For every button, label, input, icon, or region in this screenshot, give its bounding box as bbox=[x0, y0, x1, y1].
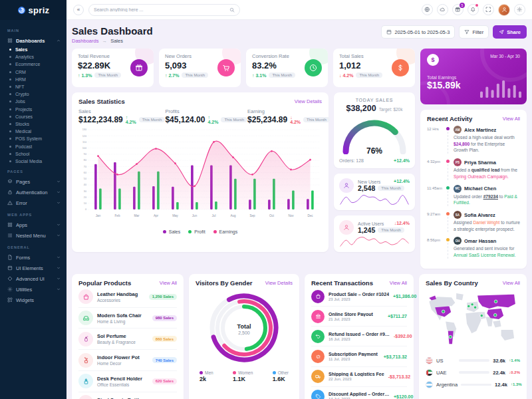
notifications-button[interactable] bbox=[467, 4, 479, 15]
sidebar-subitem[interactable]: Stocks bbox=[7, 120, 61, 128]
legend-item[interactable]: Profit bbox=[188, 229, 205, 234]
legend-item[interactable]: Earnings bbox=[213, 229, 238, 234]
activity-item[interactable]: 9:27am SA Sofia Alvarez bbox=[427, 211, 520, 232]
kpi-card[interactable]: Total Sales 1,012 ↓ 4.2% This Month bbox=[333, 49, 415, 87]
svg-text:0: 0 bbox=[85, 208, 86, 211]
country-row[interactable]: Argentina 12.4k ↑1.3% bbox=[426, 378, 520, 390]
product-row[interactable]: Indoor Flower Pot Home Decor 740 Sales bbox=[78, 350, 177, 371]
sidebar-item[interactable]: Forms bbox=[7, 252, 61, 263]
gender-legend-item: Other 1.6K bbox=[273, 370, 289, 382]
sidebar-item[interactable]: Widgets bbox=[7, 295, 61, 305]
transaction-row[interactable]: Product Sale – Order #1024 23 Jul, 2023 … bbox=[311, 287, 407, 307]
sales-statistics-chart[interactable]: 0102030405060708090100110120130JanFebMar… bbox=[78, 124, 322, 228]
sidebar-item[interactable]: Error bbox=[7, 198, 61, 208]
dollar-icon: $ bbox=[427, 54, 439, 66]
world-map[interactable] bbox=[426, 287, 520, 352]
transaction-amount: -$3,713.32 bbox=[388, 374, 410, 379]
sidebar-subitem[interactable]: Social Media bbox=[7, 158, 61, 165]
product-row[interactable]: Sol Perfume Beauty & Fragrance 860 Sales bbox=[78, 329, 177, 350]
sidebar-subitem[interactable]: Projects bbox=[7, 106, 61, 113]
transaction-row[interactable]: Shipping & Logistics Fee 22 Jun, 2023 -$… bbox=[311, 367, 407, 387]
date-range-picker[interactable]: 2025-05-01 to 2025-05-3 bbox=[381, 25, 455, 39]
sidebar-item[interactable]: Apps bbox=[7, 219, 61, 230]
product-row[interactable]: Leather Handbag Accessories 1,250 Sales bbox=[78, 287, 177, 308]
total-earnings-card[interactable]: $ Mar 30 - Apr 30 Total Earnings $15.89k bbox=[420, 49, 527, 104]
filter-button[interactable]: Filter bbox=[459, 25, 489, 39]
user-stat-card[interactable]: Active Users 1,245 This Month ↓12.4% bbox=[334, 215, 415, 252]
user-card-value: 2,548 bbox=[358, 184, 375, 192]
sidebar-collapse-button[interactable]: « bbox=[73, 5, 84, 15]
search-bar[interactable] bbox=[88, 4, 240, 16]
product-row[interactable]: Modern Sofa Chair Home & Living 980 Sale… bbox=[78, 308, 177, 329]
kpi-card[interactable]: Conversion Rate 83.2% ↑ 3.1% This Month bbox=[246, 49, 328, 87]
language-button[interactable] bbox=[422, 4, 433, 15]
sidebar-subitem[interactable]: NFT bbox=[7, 83, 61, 90]
activity-item[interactable]: 4:32pm PS Priya Sharma bbox=[427, 158, 520, 180]
bullet-icon bbox=[9, 108, 11, 110]
fullscreen-button[interactable] bbox=[483, 4, 494, 15]
sidebar-item[interactable]: Nested Menu bbox=[7, 230, 61, 241]
transaction-row[interactable]: Discount Applied – Order #1012 14 Jul, 2… bbox=[311, 387, 407, 399]
gender-legend-item: Women 1.1K bbox=[233, 370, 253, 382]
breadcrumb-dashboards[interactable]: Dashboards bbox=[72, 38, 98, 44]
rewards-button[interactable]: 5 bbox=[452, 4, 464, 15]
kpi-card[interactable]: New Orders 5,093 ↑ 2.7% This Month bbox=[159, 49, 241, 87]
gender-rings-chart[interactable]: Total 2,500 bbox=[207, 291, 281, 368]
search-icon[interactable] bbox=[229, 7, 235, 13]
share-button[interactable]: Share bbox=[493, 25, 527, 39]
app-logo[interactable]: spriz bbox=[0, 0, 66, 20]
kpi-card[interactable]: Total Revenue $22.89K ↑ 1.3% This Month bbox=[72, 49, 154, 87]
svg-text:70: 70 bbox=[84, 166, 86, 168]
view-all-link[interactable]: View All bbox=[390, 280, 407, 286]
country-name: US bbox=[436, 358, 456, 364]
view-details-link[interactable]: View Details bbox=[265, 280, 293, 286]
view-all-link[interactable]: View All bbox=[503, 280, 520, 286]
transaction-row[interactable]: Online Store Payout 21 Jul, 2023 +$711.2… bbox=[311, 307, 407, 327]
country-row[interactable]: US 32.6k ↑1.4% bbox=[426, 354, 520, 366]
sidebar-subitem[interactable]: Ecommerce bbox=[7, 61, 61, 68]
sidebar-subitem[interactable]: Courses bbox=[7, 113, 61, 120]
sidebar-subitem[interactable]: Podcast bbox=[7, 142, 61, 150]
sidebar-subitem[interactable]: Analytics bbox=[7, 53, 61, 61]
sidebar-item[interactable]: UI Elements bbox=[7, 263, 61, 273]
transaction-row[interactable]: Subscription Payment 11 Jul, 2023 +$3,71… bbox=[311, 346, 407, 366]
legend-item[interactable]: Sales bbox=[163, 229, 181, 234]
sidebar-item[interactable]: Utilities bbox=[7, 284, 61, 295]
sidebar-subitem[interactable]: Medical bbox=[7, 128, 61, 135]
sidebar-section-main: MAIN bbox=[7, 29, 61, 33]
transaction-row[interactable]: Refund Issued – Order #998 16 Jul, 2023 … bbox=[311, 327, 407, 346]
sidebar-subitem[interactable]: Jobs bbox=[7, 98, 61, 105]
sidebar-item[interactable]: Authentication bbox=[7, 187, 61, 198]
sidebar-item[interactable]: Pages bbox=[7, 176, 61, 187]
country-row[interactable]: UAE 22.4k ↓0.2% bbox=[426, 366, 520, 378]
activity-item[interactable]: 11:45am MC Michael Chen bbox=[427, 185, 520, 206]
sidebar-subitem[interactable]: POS System bbox=[7, 135, 61, 142]
activity-timeline bbox=[446, 185, 450, 206]
kpi-period-pill: This Month bbox=[94, 72, 121, 78]
panel-title: Popular Products bbox=[78, 279, 131, 287]
product-icon bbox=[78, 374, 93, 388]
settings-button[interactable] bbox=[514, 4, 525, 15]
user-avatar[interactable] bbox=[498, 4, 510, 16]
sidebar-item-dashboards[interactable]: Dashboards bbox=[7, 35, 61, 46]
sidebar-subitem[interactable]: Crypto bbox=[7, 90, 61, 98]
sidebar-subitem[interactable]: HRM bbox=[7, 76, 61, 83]
activity-item[interactable]: 12 Hrs AM Alex Martinez bbox=[427, 126, 520, 154]
country-value: 22.4k bbox=[493, 370, 505, 376]
product-row[interactable]: Desk Pencil Holder Office Essentials 620… bbox=[78, 371, 177, 392]
sidebar-item[interactable]: Advanced UI bbox=[7, 273, 61, 284]
view-all-link[interactable]: View All bbox=[160, 280, 177, 286]
product-row[interactable]: Steel Sports Bottle Fitness & Outdoor 54… bbox=[78, 392, 177, 399]
view-all-link[interactable]: View All bbox=[503, 116, 520, 122]
sidebar-subitem[interactable]: CRM bbox=[7, 68, 61, 76]
sidebar-subitem[interactable]: School bbox=[7, 150, 61, 158]
user-card-value: 1,245 bbox=[358, 226, 375, 234]
activity-item[interactable]: 8:56pm OH Omar Hassan bbox=[427, 237, 520, 258]
sidebar-subitem[interactable]: Sales bbox=[7, 46, 61, 53]
user-stat-card[interactable]: New Users 2,548 This Month +12.4% bbox=[334, 174, 415, 210]
view-details-link[interactable]: View Details bbox=[295, 98, 322, 104]
search-input[interactable] bbox=[94, 7, 226, 12]
cloud-button[interactable] bbox=[437, 4, 448, 15]
panel-title: Visitors By Gender bbox=[196, 279, 252, 287]
transaction-date: 16 Jul, 2023 bbox=[329, 337, 390, 341]
